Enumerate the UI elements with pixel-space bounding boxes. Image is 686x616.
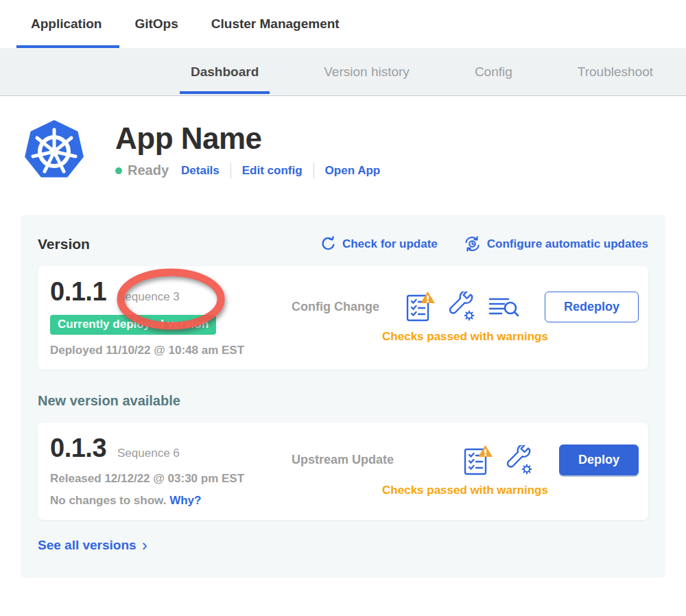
check-for-update-button[interactable]: Check for update <box>320 236 438 252</box>
checks-warning-text: Checks passed with warnings <box>292 484 639 497</box>
version-heading: Version <box>38 236 90 252</box>
deployed-timestamp: Deployed 11/10/22 @ 10:48 am EST <box>50 344 292 357</box>
preflight-checks-icon[interactable] <box>463 445 493 476</box>
status-badge: Ready <box>128 163 169 178</box>
current-sequence-label: Sequence 3 <box>117 290 180 304</box>
divider <box>230 163 231 178</box>
current-version-number: 0.1.1 <box>50 277 106 307</box>
new-version-number: 0.1.3 <box>50 434 106 463</box>
redeploy-button[interactable]: Redeploy <box>545 292 639 322</box>
edit-config-link[interactable]: Edit config <box>242 164 303 178</box>
tab-application[interactable]: Application <box>31 0 102 48</box>
refresh-icon <box>320 236 336 252</box>
new-version-card: 0.1.3 Sequence 6 Released 12/12/22 @ 03:… <box>38 423 648 520</box>
config-wrench-gear-icon[interactable] <box>505 445 534 475</box>
currently-deployed-badge: Currently deployed version <box>50 315 216 335</box>
open-app-link[interactable]: Open App <box>325 164 381 178</box>
divider <box>314 163 314 178</box>
version-source-label: Config Change <box>292 300 379 314</box>
page-title: App Name <box>115 121 380 156</box>
auto-update-clock-icon <box>464 235 481 252</box>
details-link[interactable]: Details <box>181 164 220 178</box>
status-dot-icon <box>115 167 122 174</box>
tab-troubleshoot[interactable]: Troubleshoot <box>578 48 653 95</box>
released-timestamp: Released 12/12/22 @ 03:30 pm EST <box>50 472 292 486</box>
why-link[interactable]: Why? <box>169 494 201 507</box>
deploy-button[interactable]: Deploy <box>559 445 639 475</box>
tab-config[interactable]: Config <box>475 48 512 95</box>
kubernetes-logo-icon <box>23 119 86 182</box>
current-version-card: 0.1.1 Sequence 3 Currently deployed vers… <box>38 266 648 370</box>
tab-dashboard[interactable]: Dashboard <box>191 48 259 95</box>
see-all-versions-link[interactable]: See all versions › <box>38 538 147 553</box>
sub-nav: Dashboard Version history Config Trouble… <box>0 48 686 96</box>
new-version-available-heading: New version available <box>38 393 648 409</box>
version-source-label: Upstream Update <box>292 453 394 467</box>
preflight-checks-icon[interactable] <box>405 291 436 322</box>
tab-gitops[interactable]: GitOps <box>134 0 178 48</box>
tab-version-history[interactable]: Version history <box>324 48 410 95</box>
checks-warning-text: Checks passed with warnings <box>292 330 639 344</box>
config-wrench-gear-icon[interactable] <box>447 292 476 322</box>
tab-cluster-management[interactable]: Cluster Management <box>211 0 340 48</box>
chevron-right-icon: › <box>142 541 147 550</box>
top-nav: Application GitOps Cluster Management <box>0 0 686 48</box>
new-sequence-label: Sequence 6 <box>117 447 180 460</box>
version-panel: Version Check for update Configure <box>21 215 665 578</box>
configure-automatic-updates-button[interactable]: Configure automatic updates <box>464 235 648 252</box>
app-header: App Name Ready Details Edit config Open … <box>0 96 686 182</box>
no-changes-text: No changes to show. <box>50 494 166 507</box>
view-files-logs-icon[interactable] <box>488 293 519 320</box>
